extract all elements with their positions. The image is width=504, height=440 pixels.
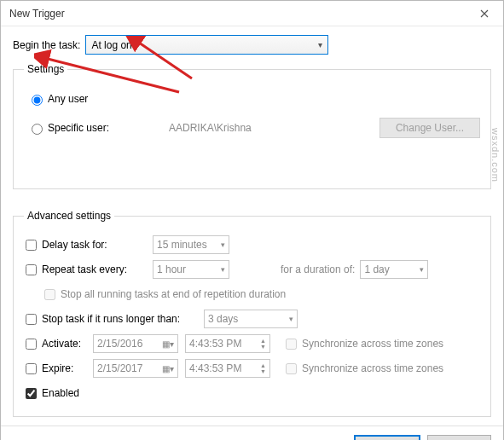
- stop-longer-label: Stop task if it runs longer than:: [42, 313, 204, 325]
- activate-time-value: 4:43:53 PM: [189, 338, 241, 350]
- advanced-group: Advanced settings Delay task for: 15 min…: [13, 210, 491, 417]
- enabled-checkbox[interactable]: [26, 388, 37, 399]
- stop-all-label: Stop all running tasks at end of repetit…: [61, 288, 286, 300]
- spinner-icon: ▲▼: [260, 338, 266, 350]
- delay-label: Delay task for:: [42, 239, 153, 251]
- begin-task-combo[interactable]: At log on ▾: [85, 35, 328, 55]
- begin-task-row: Begin the task: At log on ▾: [13, 35, 491, 55]
- close-button[interactable]: [465, 1, 503, 26]
- sync-activate-label: Synchronize across time zones: [302, 338, 443, 350]
- repeat-value: 1 hour: [157, 263, 186, 275]
- expire-date-input: 2/15/2017 ▦▾: [93, 359, 178, 378]
- expire-time-value: 4:43:53 PM: [189, 362, 241, 374]
- activate-row: Activate: 2/15/2016 ▦▾ 4:43:53 PM ▲▼ Syn…: [24, 333, 480, 354]
- dialog-footer: OK Cancel: [1, 426, 503, 440]
- chevron-down-icon: ▾: [289, 315, 293, 323]
- dialog-window: New Trigger Begin the task: At log on ▾ …: [0, 0, 504, 440]
- chevron-down-icon: ▾: [420, 265, 424, 274]
- stop-longer-row: Stop task if it runs longer than: 3 days…: [24, 309, 480, 329]
- stop-all-checkbox: [44, 289, 55, 300]
- duration-value: 1 day: [364, 263, 389, 275]
- calendar-icon: ▦▾: [162, 364, 174, 373]
- begin-task-value: At log on: [91, 39, 131, 51]
- activate-date-input: 2/15/2016 ▦▾: [93, 334, 178, 353]
- settings-group: Settings Any user Specific user: AADRIKA…: [13, 63, 491, 189]
- duration-label: for a duration of:: [281, 263, 355, 275]
- close-icon: [480, 9, 489, 18]
- repeat-row: Repeat task every: 1 hour ▾ for a durati…: [24, 259, 480, 280]
- specific-user-radio[interactable]: [32, 124, 43, 135]
- expire-checkbox[interactable]: [26, 363, 37, 374]
- sync-expire-checkbox: [286, 363, 297, 374]
- activate-date-value: 2/15/2016: [97, 338, 142, 350]
- calendar-icon: ▦▾: [162, 339, 174, 349]
- any-user-row: Any user: [27, 92, 480, 106]
- watermark: wsxdn.com: [490, 128, 501, 182]
- change-user-button: Change User...: [379, 118, 480, 138]
- expire-row: Expire: 2/15/2017 ▦▾ 4:43:53 PM ▲▼ Synch…: [24, 358, 480, 379]
- delay-row: Delay task for: 15 minutes ▾: [24, 234, 480, 255]
- titlebar: New Trigger: [1, 1, 503, 26]
- chevron-down-icon: ▾: [221, 265, 225, 274]
- dialog-content: Begin the task: At log on ▾ Settings Any…: [1, 26, 503, 426]
- specific-user-label: Specific user:: [48, 122, 109, 134]
- advanced-legend: Advanced settings: [24, 210, 114, 222]
- ok-button[interactable]: OK: [354, 435, 420, 440]
- activate-checkbox[interactable]: [26, 339, 37, 350]
- expire-date-value: 2/15/2017: [97, 362, 142, 374]
- any-user-radio[interactable]: [32, 95, 43, 106]
- delay-value: 15 minutes: [157, 239, 207, 251]
- any-user-label: Any user: [48, 93, 88, 105]
- settings-legend: Settings: [24, 63, 67, 75]
- enabled-label: Enabled: [42, 387, 79, 399]
- specific-user-row: Specific user: AADRIKA\Krishna Change Us…: [27, 118, 480, 138]
- duration-combo: 1 day ▾: [360, 260, 428, 279]
- sync-expire-label: Synchronize across time zones: [302, 362, 443, 374]
- stop-longer-value: 3 days: [208, 313, 238, 325]
- stop-longer-checkbox[interactable]: [26, 314, 37, 325]
- repeat-combo: 1 hour ▾: [153, 260, 229, 279]
- window-title: New Trigger: [1, 8, 65, 20]
- activate-label: Activate:: [42, 338, 93, 350]
- delay-checkbox[interactable]: [26, 240, 37, 251]
- specific-user-value: AADRIKA\Krishna: [169, 122, 252, 134]
- chevron-down-icon: ▾: [318, 40, 322, 49]
- stop-longer-combo: 3 days ▾: [204, 310, 298, 328]
- cancel-button[interactable]: Cancel: [427, 435, 491, 440]
- chevron-down-icon: ▾: [221, 240, 225, 249]
- begin-task-label: Begin the task:: [13, 39, 80, 51]
- enabled-row: Enabled: [24, 383, 480, 403]
- spinner-icon: ▲▼: [260, 362, 266, 374]
- delay-combo: 15 minutes ▾: [153, 235, 229, 254]
- repeat-checkbox[interactable]: [26, 264, 37, 275]
- expire-label: Expire:: [42, 362, 93, 374]
- sync-activate-checkbox: [286, 339, 297, 350]
- activate-time-input: 4:43:53 PM ▲▼: [185, 334, 270, 353]
- repeat-label: Repeat task every:: [42, 263, 153, 275]
- expire-time-input: 4:43:53 PM ▲▼: [185, 359, 270, 378]
- stop-all-row: Stop all running tasks at end of repetit…: [43, 284, 480, 304]
